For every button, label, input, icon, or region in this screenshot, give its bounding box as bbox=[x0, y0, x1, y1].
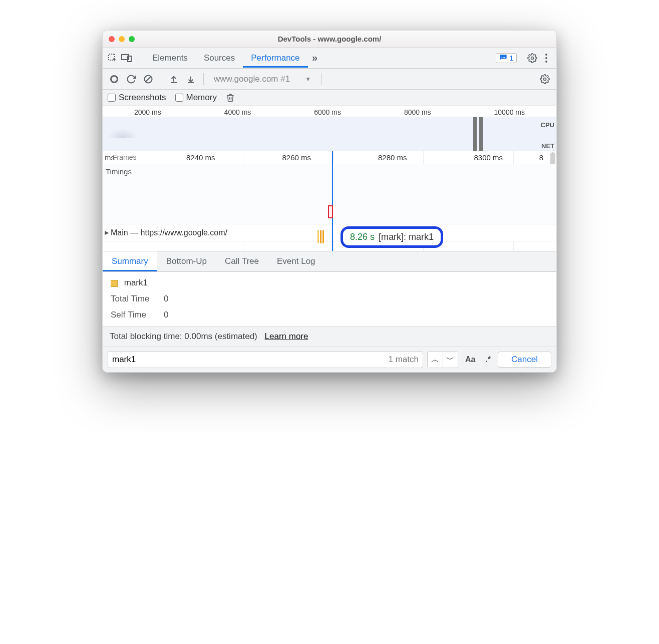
collect-garbage-icon[interactable] bbox=[226, 93, 235, 103]
details-tabstrip: Summary Bottom-Up Call Tree Event Log bbox=[103, 251, 556, 272]
download-profile-icon[interactable] bbox=[183, 72, 198, 87]
net-label: NET bbox=[541, 142, 554, 150]
reload-record-button[interactable] bbox=[124, 72, 139, 87]
overview-ruler: 2000 ms 4000 ms 6000 ms 8000 ms 10000 ms bbox=[103, 106, 556, 117]
learn-more-link[interactable]: Learn more bbox=[265, 332, 308, 341]
ms-label: ms bbox=[105, 153, 115, 162]
capture-options-row: Screenshots Memory bbox=[103, 90, 556, 106]
summary-pane: mark1 Total Time 0 Self Time 0 bbox=[103, 272, 556, 326]
search-input[interactable] bbox=[112, 355, 384, 365]
memory-label: Memory bbox=[186, 93, 217, 103]
devtools-window: DevTools - www.google.com/ Elements Sour… bbox=[102, 30, 557, 373]
screenshots-label: Screenshots bbox=[119, 93, 166, 103]
performance-toolbar: www.google.com #1 ▼ bbox=[103, 69, 556, 90]
chevron-down-icon: ▼ bbox=[305, 76, 311, 83]
total-time-value: 0 bbox=[164, 294, 168, 304]
clear-button[interactable] bbox=[141, 72, 156, 87]
flamechart-area[interactable]: Frames 8240 ms 8260 ms 8280 ms 8300 ms 8… bbox=[103, 151, 556, 251]
upload-profile-icon[interactable] bbox=[166, 72, 181, 87]
mark-tooltip: 8.26 s [mark]: mark1 bbox=[341, 226, 443, 248]
search-box: 1 match bbox=[108, 351, 423, 368]
tab-sources[interactable]: Sources bbox=[196, 48, 243, 68]
marker-row: mark1 bbox=[111, 278, 548, 288]
self-time-row: Self Time 0 bbox=[111, 310, 548, 320]
record-button[interactable] bbox=[107, 72, 122, 87]
overview-timeline[interactable]: 2000 ms 4000 ms 6000 ms 8000 ms 10000 ms… bbox=[103, 106, 556, 151]
time-cursor[interactable] bbox=[332, 151, 333, 251]
minimize-icon[interactable] bbox=[119, 36, 125, 42]
screenshots-input[interactable] bbox=[108, 94, 116, 102]
tick: 4000 ms bbox=[224, 108, 251, 117]
svg-point-5 bbox=[545, 57, 547, 59]
tick: 8000 ms bbox=[404, 108, 431, 117]
total-time-key: Total Time bbox=[111, 294, 156, 304]
divider bbox=[203, 73, 204, 85]
timings-label: Timings bbox=[103, 164, 148, 178]
issues-button[interactable]: 1 bbox=[496, 53, 517, 63]
search-bar: 1 match ︿ ﹀ Aa .* Cancel bbox=[103, 347, 556, 372]
capture-settings-icon[interactable] bbox=[537, 72, 552, 87]
memory-checkbox[interactable]: Memory bbox=[175, 93, 217, 103]
blocking-text: Total blocking time: 0.00ms (estimated) bbox=[110, 332, 257, 341]
total-time-row: Total Time 0 bbox=[111, 294, 548, 304]
marker-name: mark1 bbox=[124, 278, 148, 287]
zoom-icon[interactable] bbox=[129, 36, 135, 42]
frames-label: Frames bbox=[113, 153, 136, 161]
tab-call-tree[interactable]: Call Tree bbox=[216, 251, 268, 271]
timing-marker[interactable] bbox=[328, 205, 333, 218]
detail-ruler: Frames 8240 ms 8260 ms 8280 ms 8300 ms 8 bbox=[103, 151, 556, 164]
tab-performance[interactable]: Performance bbox=[243, 48, 307, 68]
inspect-element-icon[interactable] bbox=[106, 51, 120, 65]
titlebar: DevTools - www.google.com/ bbox=[103, 31, 556, 48]
tick: 8300 ms bbox=[441, 153, 537, 162]
tick: 10000 ms bbox=[494, 108, 525, 117]
overview-handle-left[interactable] bbox=[473, 117, 477, 151]
marker-color-swatch bbox=[111, 280, 118, 287]
task-bars bbox=[317, 230, 324, 243]
memory-input[interactable] bbox=[175, 94, 183, 102]
prev-match-button[interactable]: ︿ bbox=[428, 352, 443, 368]
traffic-lights bbox=[109, 36, 135, 42]
svg-point-6 bbox=[545, 61, 547, 63]
tooltip-text: [mark]: mark1 bbox=[379, 232, 434, 242]
recording-select[interactable]: www.google.com #1 ▼ bbox=[209, 74, 316, 84]
tick: 2000 ms bbox=[134, 108, 161, 117]
cpu-graph bbox=[108, 129, 138, 138]
cpu-label: CPU bbox=[541, 121, 554, 129]
blocking-time-bar: Total blocking time: 0.00ms (estimated) … bbox=[103, 326, 556, 347]
svg-point-4 bbox=[545, 54, 547, 56]
main-tabstrip: Elements Sources Performance » 1 bbox=[103, 48, 556, 69]
next-match-button[interactable]: ﹀ bbox=[443, 352, 458, 368]
overview-handle-right[interactable] bbox=[479, 117, 483, 151]
more-tabs-icon[interactable]: » bbox=[308, 51, 322, 65]
close-icon[interactable] bbox=[109, 36, 115, 42]
issues-count: 1 bbox=[509, 54, 513, 62]
self-time-key: Self Time bbox=[111, 310, 156, 320]
device-toggle-icon[interactable] bbox=[120, 51, 134, 65]
tab-elements[interactable]: Elements bbox=[144, 48, 196, 68]
svg-point-3 bbox=[531, 57, 534, 59]
recording-select-label: www.google.com #1 bbox=[214, 74, 290, 84]
regex-toggle[interactable]: .* bbox=[482, 355, 494, 364]
tab-bottom-up[interactable]: Bottom-Up bbox=[157, 251, 216, 271]
tick: 8260 ms bbox=[249, 153, 345, 162]
cancel-button[interactable]: Cancel bbox=[498, 352, 551, 368]
tick: 8240 ms bbox=[153, 153, 249, 162]
tab-summary[interactable]: Summary bbox=[103, 251, 157, 271]
kebab-menu-icon[interactable] bbox=[539, 51, 553, 65]
self-time-value: 0 bbox=[164, 310, 168, 320]
settings-icon[interactable] bbox=[525, 51, 539, 65]
tab-event-log[interactable]: Event Log bbox=[268, 251, 324, 271]
expand-triangle-icon[interactable]: ▶ bbox=[105, 229, 109, 236]
tooltip-time: 8.26 s bbox=[350, 232, 375, 242]
main-track[interactable]: ▶ Main — https://www.google.com/ bbox=[103, 224, 556, 241]
search-nav: ︿ ﹀ bbox=[427, 351, 458, 368]
divider bbox=[138, 52, 138, 64]
tick: 8 bbox=[536, 153, 546, 162]
match-case-toggle[interactable]: Aa bbox=[462, 355, 478, 364]
tick: 8280 ms bbox=[345, 153, 441, 162]
svg-line-8 bbox=[146, 77, 151, 82]
svg-point-11 bbox=[544, 78, 546, 80]
screenshots-checkbox[interactable]: Screenshots bbox=[108, 93, 166, 103]
divider bbox=[521, 52, 521, 64]
